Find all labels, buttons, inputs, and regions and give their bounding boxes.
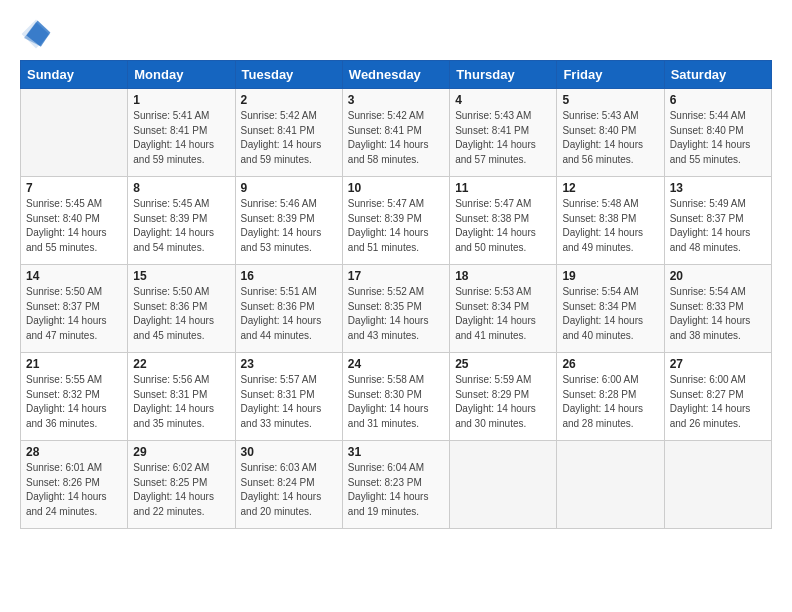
calendar-cell: 6Sunrise: 5:44 AM Sunset: 8:40 PM Daylig… (664, 89, 771, 177)
day-number: 16 (241, 269, 337, 283)
day-number: 29 (133, 445, 229, 459)
calendar-cell: 19Sunrise: 5:54 AM Sunset: 8:34 PM Dayli… (557, 265, 664, 353)
calendar-cell: 10Sunrise: 5:47 AM Sunset: 8:39 PM Dayli… (342, 177, 449, 265)
calendar-cell: 11Sunrise: 5:47 AM Sunset: 8:38 PM Dayli… (450, 177, 557, 265)
day-number: 21 (26, 357, 122, 371)
calendar-cell (557, 441, 664, 529)
calendar-cell: 14Sunrise: 5:50 AM Sunset: 8:37 PM Dayli… (21, 265, 128, 353)
calendar-cell: 29Sunrise: 6:02 AM Sunset: 8:25 PM Dayli… (128, 441, 235, 529)
calendar-cell: 31Sunrise: 6:04 AM Sunset: 8:23 PM Dayli… (342, 441, 449, 529)
calendar-cell: 21Sunrise: 5:55 AM Sunset: 8:32 PM Dayli… (21, 353, 128, 441)
calendar-cell: 2Sunrise: 5:42 AM Sunset: 8:41 PM Daylig… (235, 89, 342, 177)
day-detail: Sunrise: 5:51 AM Sunset: 8:36 PM Dayligh… (241, 285, 337, 343)
day-header-thursday: Thursday (450, 61, 557, 89)
calendar-cell: 22Sunrise: 5:56 AM Sunset: 8:31 PM Dayli… (128, 353, 235, 441)
day-detail: Sunrise: 5:52 AM Sunset: 8:35 PM Dayligh… (348, 285, 444, 343)
day-number: 8 (133, 181, 229, 195)
logo-icon (20, 18, 52, 50)
day-detail: Sunrise: 5:42 AM Sunset: 8:41 PM Dayligh… (348, 109, 444, 167)
day-number: 17 (348, 269, 444, 283)
day-number: 18 (455, 269, 551, 283)
calendar-cell: 24Sunrise: 5:58 AM Sunset: 8:30 PM Dayli… (342, 353, 449, 441)
calendar-cell: 30Sunrise: 6:03 AM Sunset: 8:24 PM Dayli… (235, 441, 342, 529)
day-detail: Sunrise: 5:47 AM Sunset: 8:38 PM Dayligh… (455, 197, 551, 255)
calendar-cell: 25Sunrise: 5:59 AM Sunset: 8:29 PM Dayli… (450, 353, 557, 441)
day-number: 1 (133, 93, 229, 107)
day-number: 19 (562, 269, 658, 283)
header (20, 18, 772, 50)
day-detail: Sunrise: 5:54 AM Sunset: 8:34 PM Dayligh… (562, 285, 658, 343)
day-number: 20 (670, 269, 766, 283)
calendar-cell: 5Sunrise: 5:43 AM Sunset: 8:40 PM Daylig… (557, 89, 664, 177)
day-detail: Sunrise: 5:44 AM Sunset: 8:40 PM Dayligh… (670, 109, 766, 167)
day-number: 22 (133, 357, 229, 371)
week-row-4: 28Sunrise: 6:01 AM Sunset: 8:26 PM Dayli… (21, 441, 772, 529)
week-row-0: 1Sunrise: 5:41 AM Sunset: 8:41 PM Daylig… (21, 89, 772, 177)
day-header-monday: Monday (128, 61, 235, 89)
day-detail: Sunrise: 6:03 AM Sunset: 8:24 PM Dayligh… (241, 461, 337, 519)
day-detail: Sunrise: 5:54 AM Sunset: 8:33 PM Dayligh… (670, 285, 766, 343)
calendar-cell: 27Sunrise: 6:00 AM Sunset: 8:27 PM Dayli… (664, 353, 771, 441)
calendar-cell: 13Sunrise: 5:49 AM Sunset: 8:37 PM Dayli… (664, 177, 771, 265)
day-number: 3 (348, 93, 444, 107)
day-detail: Sunrise: 5:43 AM Sunset: 8:40 PM Dayligh… (562, 109, 658, 167)
day-header-friday: Friday (557, 61, 664, 89)
day-header-wednesday: Wednesday (342, 61, 449, 89)
calendar-cell (21, 89, 128, 177)
day-number: 27 (670, 357, 766, 371)
day-detail: Sunrise: 5:41 AM Sunset: 8:41 PM Dayligh… (133, 109, 229, 167)
day-detail: Sunrise: 5:53 AM Sunset: 8:34 PM Dayligh… (455, 285, 551, 343)
day-detail: Sunrise: 5:48 AM Sunset: 8:38 PM Dayligh… (562, 197, 658, 255)
calendar-cell: 23Sunrise: 5:57 AM Sunset: 8:31 PM Dayli… (235, 353, 342, 441)
logo (20, 18, 56, 50)
day-detail: Sunrise: 6:04 AM Sunset: 8:23 PM Dayligh… (348, 461, 444, 519)
calendar-table: SundayMondayTuesdayWednesdayThursdayFrid… (20, 60, 772, 529)
calendar-cell: 4Sunrise: 5:43 AM Sunset: 8:41 PM Daylig… (450, 89, 557, 177)
calendar-cell: 8Sunrise: 5:45 AM Sunset: 8:39 PM Daylig… (128, 177, 235, 265)
day-detail: Sunrise: 5:45 AM Sunset: 8:39 PM Dayligh… (133, 197, 229, 255)
day-header-tuesday: Tuesday (235, 61, 342, 89)
calendar-cell: 16Sunrise: 5:51 AM Sunset: 8:36 PM Dayli… (235, 265, 342, 353)
day-number: 31 (348, 445, 444, 459)
day-number: 9 (241, 181, 337, 195)
calendar-cell: 20Sunrise: 5:54 AM Sunset: 8:33 PM Dayli… (664, 265, 771, 353)
day-detail: Sunrise: 5:59 AM Sunset: 8:29 PM Dayligh… (455, 373, 551, 431)
day-detail: Sunrise: 5:43 AM Sunset: 8:41 PM Dayligh… (455, 109, 551, 167)
calendar-cell: 26Sunrise: 6:00 AM Sunset: 8:28 PM Dayli… (557, 353, 664, 441)
day-detail: Sunrise: 5:50 AM Sunset: 8:37 PM Dayligh… (26, 285, 122, 343)
day-number: 6 (670, 93, 766, 107)
week-row-2: 14Sunrise: 5:50 AM Sunset: 8:37 PM Dayli… (21, 265, 772, 353)
day-detail: Sunrise: 5:47 AM Sunset: 8:39 PM Dayligh… (348, 197, 444, 255)
svg-marker-2 (26, 20, 50, 46)
calendar-cell: 28Sunrise: 6:01 AM Sunset: 8:26 PM Dayli… (21, 441, 128, 529)
week-row-1: 7Sunrise: 5:45 AM Sunset: 8:40 PM Daylig… (21, 177, 772, 265)
day-number: 24 (348, 357, 444, 371)
day-detail: Sunrise: 5:45 AM Sunset: 8:40 PM Dayligh… (26, 197, 122, 255)
day-number: 25 (455, 357, 551, 371)
day-number: 26 (562, 357, 658, 371)
day-number: 14 (26, 269, 122, 283)
day-number: 28 (26, 445, 122, 459)
day-number: 15 (133, 269, 229, 283)
day-detail: Sunrise: 5:42 AM Sunset: 8:41 PM Dayligh… (241, 109, 337, 167)
day-number: 12 (562, 181, 658, 195)
day-number: 5 (562, 93, 658, 107)
day-detail: Sunrise: 5:57 AM Sunset: 8:31 PM Dayligh… (241, 373, 337, 431)
day-detail: Sunrise: 5:49 AM Sunset: 8:37 PM Dayligh… (670, 197, 766, 255)
day-detail: Sunrise: 6:00 AM Sunset: 8:28 PM Dayligh… (562, 373, 658, 431)
calendar-cell (450, 441, 557, 529)
day-header-sunday: Sunday (21, 61, 128, 89)
calendar-cell: 3Sunrise: 5:42 AM Sunset: 8:41 PM Daylig… (342, 89, 449, 177)
week-row-3: 21Sunrise: 5:55 AM Sunset: 8:32 PM Dayli… (21, 353, 772, 441)
day-detail: Sunrise: 6:02 AM Sunset: 8:25 PM Dayligh… (133, 461, 229, 519)
calendar-cell: 17Sunrise: 5:52 AM Sunset: 8:35 PM Dayli… (342, 265, 449, 353)
day-detail: Sunrise: 5:56 AM Sunset: 8:31 PM Dayligh… (133, 373, 229, 431)
day-number: 30 (241, 445, 337, 459)
day-number: 2 (241, 93, 337, 107)
day-detail: Sunrise: 5:55 AM Sunset: 8:32 PM Dayligh… (26, 373, 122, 431)
calendar-cell: 7Sunrise: 5:45 AM Sunset: 8:40 PM Daylig… (21, 177, 128, 265)
day-detail: Sunrise: 5:50 AM Sunset: 8:36 PM Dayligh… (133, 285, 229, 343)
day-detail: Sunrise: 5:46 AM Sunset: 8:39 PM Dayligh… (241, 197, 337, 255)
days-header-row: SundayMondayTuesdayWednesdayThursdayFrid… (21, 61, 772, 89)
day-number: 13 (670, 181, 766, 195)
